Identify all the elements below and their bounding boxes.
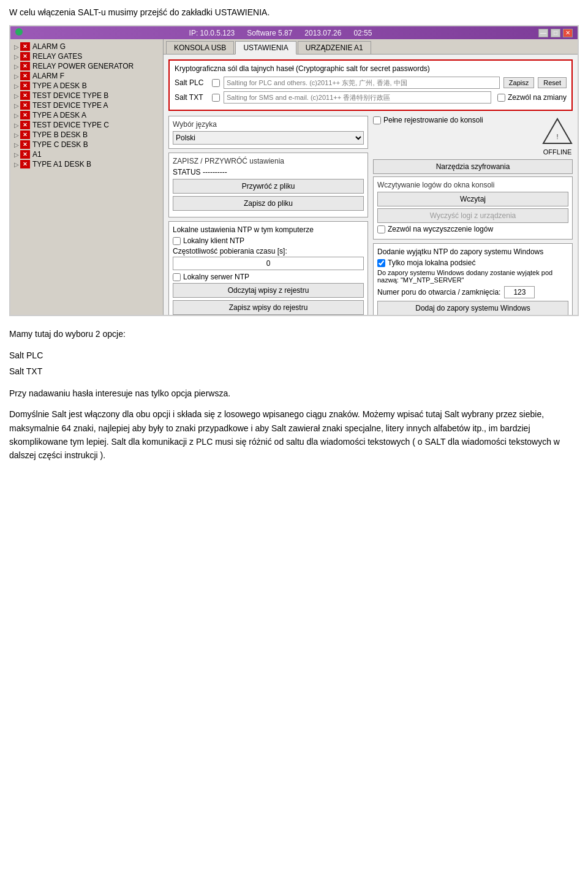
minimize-button[interactable]: — — [538, 29, 548, 37]
load-log-button[interactable]: Wczytaj — [377, 192, 568, 206]
option-salt-plc: Salt PLC — [9, 348, 579, 363]
language-section: Wybór języka Polski — [168, 116, 368, 149]
left-column: Wybór języka Polski ZAPISZ / PRZYWRÓĆ us… — [168, 116, 368, 315]
zezwol-row: Zezwól na zmiany — [497, 93, 567, 102]
sidebar-item-type-a1-desk-b[interactable]: ▷ ✕ TYPE A1 DESK B — [10, 159, 163, 169]
titlebar-ip: IP: 10.0.5.123 — [189, 29, 235, 37]
sidebar-label: TEST DEVICE TYPE C — [32, 121, 109, 129]
x-icon: ✕ — [20, 81, 30, 90]
sidebar-item-test-device-type-a[interactable]: ▷ ✕ TEST DEVICE TYPE A — [10, 100, 163, 110]
allow-clear-checkbox[interactable] — [377, 225, 385, 233]
ntp-title: Lokalne ustawienia NTP w tym komputerze — [173, 225, 364, 234]
full-reg-checkbox[interactable] — [373, 116, 381, 124]
sidebar-item-alarm-f[interactable]: ▷ ✕ ALARM F — [10, 71, 163, 81]
titlebar-dot — [15, 28, 23, 37]
arrow-icon: ▷ — [14, 83, 20, 89]
intro-text: W celu włączenia SALT-u musimy przejść d… — [9, 6, 579, 19]
sidebar-label: TYPE C DESK B — [32, 140, 88, 149]
only-local-checkbox[interactable] — [377, 259, 385, 267]
salt-txt-checkbox[interactable] — [212, 94, 220, 102]
titlebar-date: 2013.07.26 — [304, 29, 341, 37]
sidebar-label: TYPE A DESK B — [32, 81, 87, 90]
save-to-file-button[interactable]: Zapisz do pliku — [173, 196, 364, 211]
add-firewall-button[interactable]: Dodaj do zapory systemu Windows — [377, 301, 568, 315]
x-icon: ✕ — [20, 130, 30, 139]
sidebar-label: TEST DEVICE TYPE A — [32, 101, 108, 110]
offline-label: OFFLINE — [542, 148, 573, 156]
port-row: Numer poru do otwarcia / zamknięcia: 123 — [377, 286, 568, 298]
salt-plc-input[interactable] — [224, 77, 500, 89]
arrow-icon: ▷ — [14, 151, 20, 158]
clear-log-button[interactable]: Wyczyść logi z urządzenia — [377, 208, 568, 223]
port-input[interactable]: 123 — [504, 286, 535, 298]
ntp-server-checkbox[interactable] — [173, 273, 181, 281]
titlebar-time: 02:55 — [353, 29, 372, 37]
x-icon: ✕ — [20, 101, 30, 110]
encrypt-tools-button[interactable]: Narzędzia szyfrowania — [373, 159, 573, 174]
sidebar-item-type-b-desk-b[interactable]: ▷ ✕ TYPE B DESK B — [10, 130, 163, 140]
sidebar-item-a1[interactable]: ▷ ✕ A1 — [10, 149, 163, 159]
maximize-button[interactable]: □ — [551, 29, 560, 37]
x-icon: ✕ — [20, 62, 30, 70]
only-local-row: Tylko moja lokalna podsieć — [377, 259, 568, 267]
salt-txt-label: Salt TXT — [175, 93, 208, 102]
ntp-server-label: Lokalny serwer NTP — [183, 273, 249, 281]
sidebar-item-type-a-desk-a[interactable]: ▷ ✕ TYPE A DESK A — [10, 110, 163, 120]
tab-konsola[interactable]: KONSOLA USB — [166, 41, 234, 54]
tab-ustawienia[interactable]: USTAWIENIA — [235, 41, 296, 55]
only-local-label: Tylko moja lokalna podsieć — [388, 259, 475, 267]
sidebar-item-type-a-desk-b[interactable]: ▷ ✕ TYPE A DESK B — [10, 81, 163, 91]
arrow-icon: ▷ — [14, 161, 20, 168]
sidebar-label: TEST DEVICE TYPE B — [32, 91, 108, 100]
application-window: IP: 10.0.5.123 Software 5.87 2013.07.26 … — [9, 25, 579, 316]
sidebar-item-test-device-type-c[interactable]: ▷ ✕ TEST DEVICE TYPE C — [10, 120, 163, 130]
ntp-win-title: Dodanie wyjątku NTP do zapory systemu Wi… — [377, 247, 568, 256]
sidebar-item-alarm-g[interactable]: ▷ ✕ ALARM G — [10, 42, 163, 51]
salt-txt-input[interactable] — [224, 91, 491, 104]
read-registry-button[interactable]: Odczytaj wpisy z rejestru — [173, 283, 364, 298]
arrow-icon: ▷ — [14, 53, 20, 60]
sidebar-item-relay-gates[interactable]: ▷ ✕ RELAY GATES — [10, 51, 163, 61]
arrow-icon: ▷ — [14, 63, 20, 70]
tab-urzadzenie[interactable]: URZĄDZENIE A1 — [298, 41, 371, 54]
restore-button[interactable]: Przywróć z pliku — [173, 179, 364, 194]
ntp-server-row: Lokalny serwer NTP — [173, 273, 364, 281]
article: Mamy tutaj do wyboru 2 opcje: Salt PLC S… — [9, 327, 579, 463]
sidebar-label: TYPE A1 DESK B — [32, 160, 91, 168]
sidebar-item-relay-power[interactable]: ▷ ✕ RELAY POWER GENERATOR — [10, 61, 163, 71]
x-icon: ✕ — [20, 160, 30, 168]
freq-label: Częstotliwość pobierania czasu [s]: — [173, 247, 364, 255]
close-button[interactable]: ✕ — [563, 29, 573, 37]
salt-plc-label: Salt PLC — [175, 78, 208, 87]
sidebar-label: RELAY POWER GENERATOR — [32, 62, 134, 70]
offline-area: ! OFFLINE — [542, 116, 573, 156]
x-icon: ✕ — [20, 150, 30, 159]
arrow-icon: ▷ — [14, 43, 20, 50]
article-para2: Przy nadawaniu hasła interesuje nas tylk… — [9, 387, 579, 400]
ntp-client-checkbox[interactable] — [173, 237, 181, 245]
write-registry-button[interactable]: Zapisz wpisy do rejestru — [173, 300, 364, 315]
salt-plc-save-button[interactable]: Zapisz — [503, 77, 534, 88]
zezwol-checkbox[interactable] — [497, 94, 505, 102]
ntp-client-row: Lokalny klient NTP — [173, 236, 364, 245]
right-column: Pełne rejestrowanie do konsoli ! OFFLINE… — [373, 116, 573, 315]
backup-section: ZAPISZ / PRZYWRÓĆ ustawienia STATUS ----… — [168, 153, 368, 217]
language-title: Wybór języka — [173, 120, 364, 129]
tabs-bar: KONSOLA USB USTAWIENIA URZĄDZENIE A1 — [164, 39, 578, 55]
arrow-icon: ▷ — [14, 112, 20, 119]
language-select[interactable]: Polski — [173, 131, 364, 145]
article-para1: Mamy tutaj do wyboru 2 opcje: — [9, 327, 579, 341]
sidebar-item-test-device-type-b[interactable]: ▷ ✕ TEST DEVICE TYPE B — [10, 91, 163, 100]
sidebar-item-type-c-desk-b[interactable]: ▷ ✕ TYPE C DESK B — [10, 140, 163, 149]
sidebar-label: TYPE A DESK A — [32, 111, 86, 119]
arrow-icon: ▷ — [14, 73, 20, 80]
salt-title: Kryptograficzna sól dla tajnych haseł (C… — [175, 64, 567, 73]
salt-plc-checkbox[interactable] — [212, 79, 220, 87]
options-list: Salt PLC Salt TXT — [9, 348, 579, 379]
titlebar-software: Software 5.87 — [247, 29, 292, 37]
ntp-section: Lokalne ustawienia NTP w tym komputerze … — [168, 221, 368, 315]
article-para3: Domyślnie Salt jest włączony dla obu opc… — [9, 407, 579, 463]
allow-clear-label: Zezwól na wyczyszczenie logów — [388, 225, 493, 233]
freq-input[interactable]: 0 — [173, 257, 364, 270]
salt-plc-reset-button[interactable]: Reset — [538, 77, 567, 88]
